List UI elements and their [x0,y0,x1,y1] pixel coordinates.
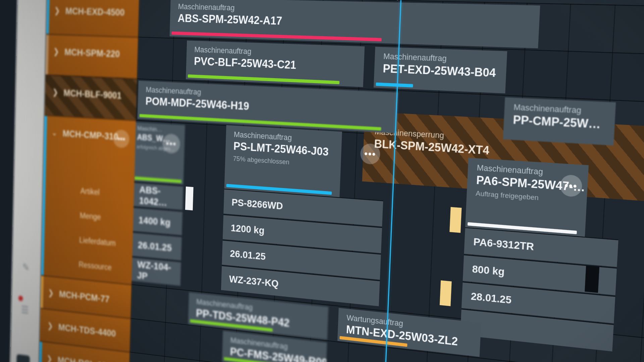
detail-label: Artikel [80,179,100,204]
machine-order-bar[interactable]: MaschinenauftragPVC-BLF-25W43-C21 [186,41,365,87]
machine-name: MCH-PCM-77 [59,289,110,305]
detail-label: Lieferdatum [79,228,116,255]
chevron-right-icon: ❯ [46,354,52,362]
notification-dot [18,296,23,301]
chevron-right-icon: ⌄ [51,128,57,137]
detail-label: Ressource [78,253,112,280]
screen: ONE.c ✎ ☰ ← 19.01.2025 20.01.2025 00:000… [9,0,644,362]
machine-name: MCH-BLF-9001 [63,88,121,101]
machine-name: MCH-EXD-4500 [65,6,125,18]
chevron-right-icon: ❯ [48,288,54,298]
machine-order-bar[interactable]: MaschinenauftragPP-CMP-25W… [503,97,616,145]
chevron-right-icon: ❯ [47,321,53,331]
sidebar-item-machine[interactable]: ❯MCH-BLF-9001 [44,74,137,120]
yellow-block [449,207,462,233]
machine-order-bar[interactable]: Maschin…ABS_W…erfolgreich abges… [132,122,185,185]
sidebar-item-machine[interactable]: ❯MCH-EXD-4500 [46,0,139,37]
detail-label: Menge [79,204,101,230]
order-detail-cell: ABS-1042… [131,182,183,210]
machine-name: MCH-SPM-220 [64,47,120,60]
machine-name: MCH-RCL-1300 [57,355,115,362]
sidebar-item-machine[interactable]: ⌄MCH-CMP-310•••ArtikelMengeLieferdatumRe… [41,115,136,284]
machine-order-bar[interactable]: MaschinenauftragPA6-SPM-25W47-…Auftrag f… [465,158,589,237]
order-detail-cell: 1400 kg [131,207,182,236]
black-block [585,266,599,293]
machine-more-button[interactable]: ••• [113,129,129,148]
yellow-block [440,280,452,306]
shift-start-tick [397,0,398,0]
white-block [185,186,194,210]
machine-order-bar[interactable]: MaschinenauftragPET-EXD-25W43-B04 [374,47,507,93]
stage: ONE.c ✎ ☰ ← 19.01.2025 20.01.2025 00:000… [0,0,644,362]
app-tile[interactable] [16,354,30,362]
edit-icon[interactable]: ✎ [19,259,33,275]
chevron-right-icon: ❯ [52,87,58,97]
chevron-right-icon: ❯ [53,47,59,56]
machine-name: MCH-TDS-4400 [58,322,116,339]
chevron-right-icon: ❯ [54,6,60,15]
list-icon[interactable]: ☰ [18,302,31,318]
progress-line [376,82,413,87]
order-detail-cell: 26.01.25 [130,232,182,261]
order-detail-cell: WZ-104-JP [129,256,181,286]
sidebar-item-machine[interactable]: ❯MCH-SPM-220 [45,34,138,79]
machine-name: MCH-CMP-310 [62,128,118,142]
machine-order-bar[interactable]: MaschinenauftragPS-LMT-25W46-J0375% abge… [224,125,342,197]
machine-sidebar: ❯MCH-EXD-4500❯MCH-SPM-220❯MCH-BLF-9001⌄M… [37,0,139,362]
